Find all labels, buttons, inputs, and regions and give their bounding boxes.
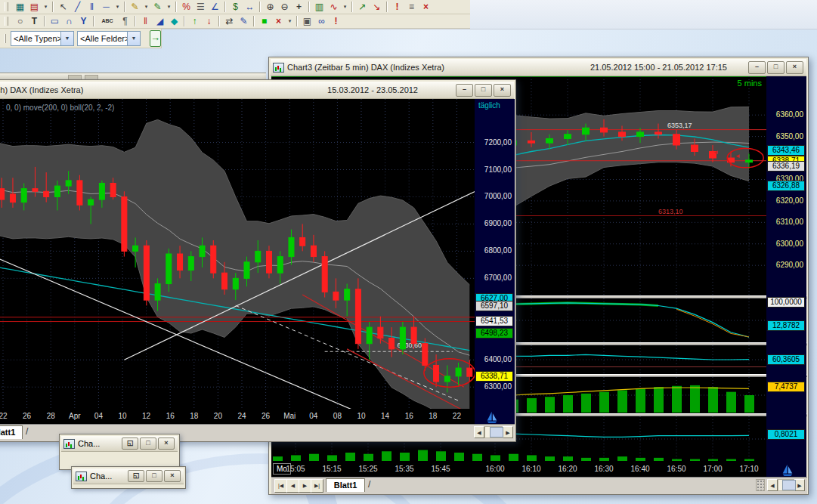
sell-arrow-icon[interactable]: ↓ (202, 14, 216, 28)
brush-icon[interactable]: ✎ (150, 0, 165, 14)
menu-icon[interactable]: ≡ (404, 0, 419, 14)
close-button[interactable]: × (494, 84, 511, 97)
minimize-button[interactable]: – (748, 61, 766, 74)
minimize-button[interactable]: – (456, 84, 473, 97)
line-tools-caret-icon[interactable]: ▾ (113, 0, 122, 14)
daily-hscroll[interactable]: ◀ ▶ (474, 426, 513, 438)
toolbar-grip[interactable] (5, 2, 8, 11)
uptrend-icon[interactable]: ↗ (355, 0, 370, 14)
label-abc-icon[interactable]: ABC (97, 14, 118, 28)
sheet-nav-button[interactable]: ◀ (286, 479, 299, 493)
tab-separator: / (26, 426, 28, 437)
toolbar-grip[interactable] (5, 34, 6, 43)
intraday-hscroll[interactable]: ◀ ▶ (767, 479, 805, 491)
daily-price-chart[interactable]: 0, 0) move(200, 0) boll(20, 2, -2) 6430,… (0, 99, 475, 409)
sheet-nav-button[interactable]: |◀ (274, 479, 287, 493)
maximize-button[interactable]: □ (146, 470, 162, 482)
zoom-out-icon[interactable]: ⊖ (277, 0, 292, 14)
type-filter-dropdown[interactable]: <Alle Typen> ▼ (11, 31, 74, 46)
field-filter-dropdown[interactable]: <Alle Felder> ▼ (77, 31, 141, 46)
sheet-nav-button[interactable]: ▶ (299, 479, 311, 493)
arc-tool-icon[interactable]: ∩ (62, 14, 76, 28)
chart-grid-icon[interactable]: ▦ (13, 0, 27, 14)
maximize-button[interactable]: □ (475, 84, 492, 97)
toolbar-separator (386, 2, 388, 12)
filter-toolbar: <Alle Typen> ▼ <Alle Felder> ▼ → (0, 29, 162, 48)
maximize-button[interactable]: □ (140, 438, 156, 450)
fan-tool-icon[interactable]: ◢ (153, 14, 167, 28)
erase-caret-icon[interactable]: ▾ (286, 14, 294, 28)
sheet-tab[interactable]: Blatt1 (0, 425, 23, 439)
toolbar-grip[interactable] (5, 17, 8, 26)
pencil-icon[interactable]: ✎ (128, 0, 142, 14)
pitchfork-tool-icon[interactable]: Y (76, 14, 91, 28)
fibonacci-lines-icon[interactable]: ☰ (193, 0, 208, 14)
intraday-price-axis[interactable]: 6360,006350,006330,006320,006310,006300,… (766, 76, 806, 477)
pencil-caret-icon[interactable]: ▾ (142, 0, 150, 14)
scroll-thumb[interactable] (490, 427, 503, 438)
type-filter-value: <Alle Typen> (11, 34, 60, 43)
sheet-nav-button[interactable]: ▶| (311, 479, 323, 493)
daily-window-titlebar[interactable]: (täglich) DAX (Indizes Xetra) 15.03.2012… (0, 82, 514, 99)
warning-icon[interactable]: ! (329, 14, 343, 28)
trendline-icon[interactable]: ╱ (70, 0, 85, 14)
text-tool-icon[interactable]: T (27, 14, 42, 28)
horizontal-line-icon[interactable]: ─ (99, 0, 113, 14)
daily-price-axis[interactable]: täglich 7200,007100,007000,006900,006800… (475, 99, 515, 424)
minimized-window-titlebar[interactable]: Cha... ◱□× (61, 436, 178, 452)
angle-tool-icon[interactable]: ∠ (208, 0, 222, 14)
note-tool-icon[interactable]: ¶ (118, 14, 132, 28)
restore-button[interactable]: ◱ (128, 470, 144, 482)
dropdown-caret-icon[interactable]: ▼ (60, 32, 73, 45)
scroll-right-button[interactable]: ▶ (794, 479, 805, 491)
chart-tile-icon[interactable]: ▤ (27, 0, 42, 14)
diamond-marker-icon[interactable]: ◆ (167, 14, 181, 28)
daily-candles-svg[interactable]: 6430,60 (0, 99, 475, 409)
minimized-chart-window[interactable]: Cha... ◱□× (71, 466, 186, 489)
ellipse-tool-icon[interactable]: ○ (13, 14, 27, 28)
close-button[interactable]: × (158, 438, 175, 450)
rectangle-tool-icon[interactable]: ▭ (48, 14, 62, 28)
edit-chart-icon[interactable]: ✎ (237, 14, 251, 28)
erase-icon[interactable]: × (271, 14, 286, 28)
minimized-chart-window[interactable]: Cha... ◱□× (59, 434, 180, 470)
ruler-icon[interactable]: ↔ (243, 0, 257, 14)
line-chart-icon[interactable]: ∿ (326, 0, 341, 14)
buy-arrow-icon[interactable]: ↑ (187, 14, 202, 28)
apply-filter-button[interactable]: → (150, 30, 161, 47)
resize-grip[interactable] (756, 479, 765, 491)
downtrend-icon[interactable]: ↘ (370, 0, 384, 14)
maximize-button[interactable]: □ (767, 61, 785, 74)
crosshair-icon[interactable]: + (292, 0, 306, 14)
zoom-in-icon[interactable]: ⊕ (263, 0, 277, 14)
close-button[interactable]: × (786, 61, 803, 74)
chart-layout-caret-icon[interactable]: ▾ (42, 0, 50, 14)
active-color-icon[interactable]: ■ (257, 14, 271, 28)
minimized-window-titlebar[interactable]: Cha... ◱□× (73, 468, 184, 484)
sheet-tab[interactable]: Blatt1 (326, 478, 365, 492)
pointer-icon[interactable]: ↖ (56, 0, 70, 14)
percent-retracement-icon[interactable]: % (179, 0, 193, 14)
close-button[interactable]: × (164, 470, 181, 482)
compare-icon[interactable]: ⇄ (222, 14, 237, 28)
channel-icon[interactable]: ‖ (85, 0, 99, 14)
daily-chart-window[interactable]: (täglich) DAX (Indizes Xetra) 15.03.2012… (0, 79, 516, 442)
currency-icon[interactable]: $ (228, 0, 243, 14)
alert-icon[interactable]: ! (390, 0, 404, 14)
candle-chart-icon[interactable]: ▥ (312, 0, 326, 14)
scroll-left-button[interactable]: ◀ (474, 426, 484, 438)
snapshot-icon[interactable]: ▣ (300, 14, 314, 28)
scroll-track[interactable] (778, 479, 794, 491)
intraday-window-titlebar[interactable]: Chart3 (Zeitbar 5 min) DAX (Indizes Xetr… (271, 59, 806, 76)
scroll-left-button[interactable]: ◀ (767, 479, 778, 491)
parallel-channel-icon[interactable]: ‖ (138, 14, 153, 28)
scroll-track[interactable] (484, 426, 503, 438)
chart-type-caret-icon[interactable]: ▾ (341, 0, 349, 14)
scroll-right-button[interactable]: ▶ (503, 426, 513, 438)
brush-caret-icon[interactable]: ▾ (165, 0, 173, 14)
scroll-thumb[interactable] (782, 480, 796, 490)
dropdown-caret-icon[interactable]: ▼ (127, 32, 140, 45)
delete-icon[interactable]: × (419, 0, 433, 14)
restore-button[interactable]: ◱ (122, 438, 138, 450)
link-icon[interactable]: ∞ (314, 14, 329, 28)
